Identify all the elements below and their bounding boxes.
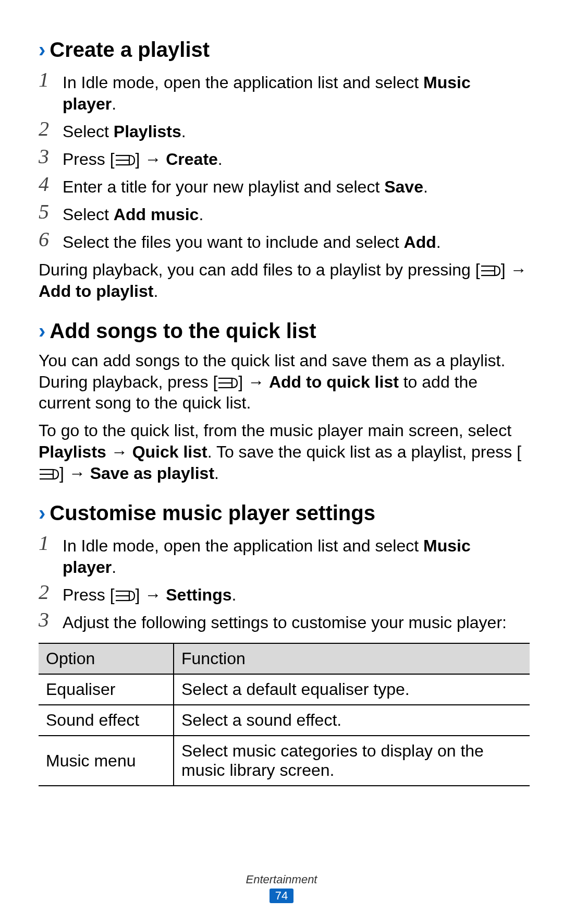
bold-text: Music player <box>63 73 471 113</box>
step-number: 3 <box>39 146 63 167</box>
paragraph: To go to the quick list, from the music … <box>39 420 528 484</box>
step-body: Select Add music. <box>63 201 203 225</box>
chevron-icon: › <box>39 320 45 341</box>
steps-customise: 1In Idle mode, open the application list… <box>35 532 528 633</box>
step-number: 3 <box>39 609 63 631</box>
step-item: 3Adjust the following settings to custom… <box>39 609 528 633</box>
step-body: In Idle mode, open the application list … <box>63 532 528 578</box>
table-header-option: Option <box>39 643 174 674</box>
chevron-icon: › <box>39 39 45 60</box>
step-item: 3Press [] → Create. <box>39 146 528 170</box>
bold-text: Quick list <box>132 442 207 461</box>
table-header-function: Function <box>174 643 530 674</box>
menu-icon <box>480 264 501 278</box>
bold-text: Create <box>166 150 218 169</box>
page-footer: Entertainment 74 <box>0 873 563 903</box>
heading-customise-settings: › Customise music player settings <box>39 501 528 525</box>
paragraph: You can add songs to the quick list and … <box>39 350 528 414</box>
step-item: 1In Idle mode, open the application list… <box>39 532 528 578</box>
bold-text: Music player <box>63 536 471 577</box>
step-body: Adjust the following settings to customi… <box>63 609 507 633</box>
step-item: 5Select Add music. <box>39 201 528 225</box>
table-cell-option: Equaliser <box>39 674 174 705</box>
menu-icon <box>39 467 59 481</box>
heading-text: Create a playlist <box>50 38 210 62</box>
table-cell-function: Select a sound effect. <box>174 705 530 736</box>
step-body: Press [] → Settings. <box>63 581 236 606</box>
heading-text: Add songs to the quick list <box>50 319 316 343</box>
step-number: 6 <box>39 229 63 250</box>
step-number: 1 <box>39 532 63 554</box>
step-body: Press [] → Create. <box>63 146 223 170</box>
table-cell-option: Sound effect <box>39 705 174 736</box>
bold-text: Playlists <box>39 442 106 461</box>
step-body: In Idle mode, open the application list … <box>63 69 528 115</box>
bold-text: Save as playlist <box>90 464 214 483</box>
menu-icon <box>115 589 136 603</box>
bold-text: Save <box>384 177 423 196</box>
step-item: 4Enter a title for your new playlist and… <box>39 173 528 198</box>
table-cell-function: Select a default equaliser type. <box>174 674 530 705</box>
step-number: 1 <box>39 69 63 91</box>
chevron-icon: › <box>39 502 45 523</box>
bold-text: Add music <box>114 205 199 224</box>
step-item: 2Press [] → Settings. <box>39 581 528 606</box>
bold-text: Playlists <box>114 122 181 141</box>
table-row: EqualiserSelect a default equaliser type… <box>39 674 530 705</box>
heading-text: Customise music player settings <box>50 501 375 525</box>
menu-icon <box>217 376 238 390</box>
step-body: Select Playlists. <box>63 118 186 142</box>
bold-text: Add to quick list <box>269 373 399 391</box>
settings-table: Option Function EqualiserSelect a defaul… <box>39 643 530 786</box>
step-item: 1In Idle mode, open the application list… <box>39 69 528 115</box>
heading-add-songs-quick-list: › Add songs to the quick list <box>39 319 528 343</box>
heading-create-a-playlist: › Create a playlist <box>39 38 528 62</box>
table-cell-function: Select music categories to display on th… <box>174 736 530 786</box>
steps-create-a-playlist: 1In Idle mode, open the application list… <box>35 69 528 253</box>
bold-text: Settings <box>166 585 231 604</box>
paragraph: During playback, you can add files to a … <box>39 259 528 302</box>
step-number: 4 <box>39 173 63 195</box>
menu-icon <box>115 153 136 167</box>
table-cell-option: Music menu <box>39 736 174 786</box>
step-number: 5 <box>39 201 63 223</box>
footer-section-title: Entertainment <box>0 873 563 886</box>
table-row: Music menuSelect music categories to dis… <box>39 736 530 786</box>
bold-text: Add <box>404 233 436 251</box>
bold-text: Add to playlist <box>39 282 153 301</box>
page-number-badge: 74 <box>270 889 293 903</box>
step-body: Enter a title for your new playlist and … <box>63 173 428 198</box>
table-row: Sound effectSelect a sound effect. <box>39 705 530 736</box>
step-item: 6Select the files you want to include an… <box>39 229 528 253</box>
settings-table-body: EqualiserSelect a default equaliser type… <box>39 674 530 786</box>
step-number: 2 <box>39 118 63 140</box>
step-number: 2 <box>39 581 63 603</box>
step-body: Select the files you want to include and… <box>63 229 441 253</box>
step-item: 2Select Playlists. <box>39 118 528 142</box>
